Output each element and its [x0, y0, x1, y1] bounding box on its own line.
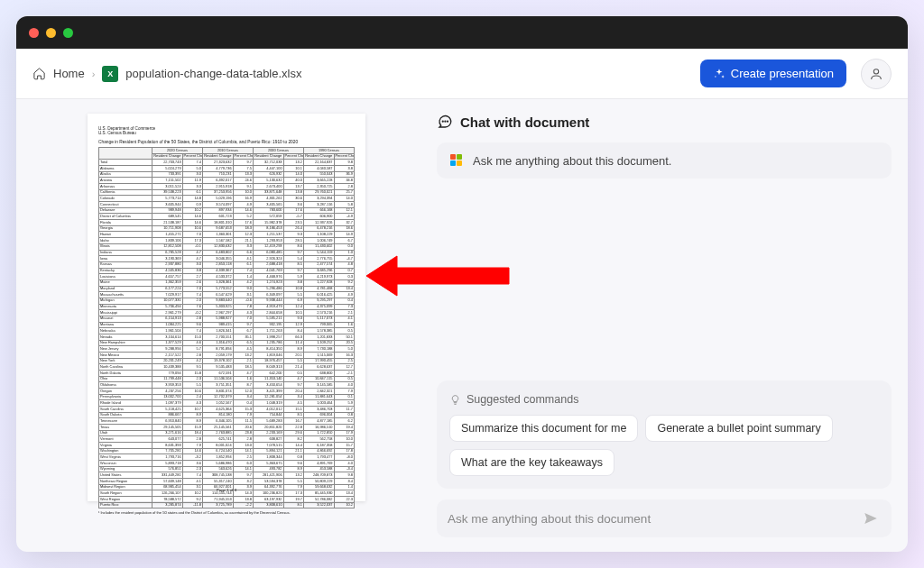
- account-button[interactable]: [861, 59, 892, 89]
- table-row: Florida21,538,18714.618,801,31017.615,98…: [99, 220, 355, 226]
- table-row: District of Columbia689,54514.6601,7235.…: [99, 214, 355, 220]
- table-row: Montana1,084,2259.6989,4159.7902,19512.9…: [99, 322, 355, 328]
- table-row: Tennessee6,910,8408.96,346,10511.55,689,…: [99, 418, 355, 425]
- table-row: Kansas2,937,8803.02,853,1186.12,688,4188…: [99, 261, 355, 268]
- table-row: Virginia8,631,3937.98,001,02413.07,078,5…: [99, 443, 355, 449]
- table-row: Michigan10,077,3312.09,883,640-0.69,938,…: [99, 298, 355, 304]
- table-row: Missouri6,154,9132.85,988,9277.05,595,21…: [99, 316, 355, 322]
- suggestion-chip-0[interactable]: Summarize this document for me: [449, 415, 638, 442]
- table-row: Wisconsin5,893,7183.65,686,9866.05,363,6…: [99, 461, 355, 467]
- doc-dept-2: U.S. Census Bureau: [98, 131, 355, 135]
- svg-point-3: [445, 121, 446, 122]
- table-row: Oklahoma3,959,3535.53,751,3518.73,450,65…: [99, 382, 355, 389]
- breadcrumb: Home › population-change-data-table.xlsx: [32, 66, 302, 82]
- table-row: Iowa3,190,3694.73,046,3554.12,926,3245.4…: [99, 256, 355, 262]
- table-row: Northeast Region57,609,1484.155,317,2403…: [99, 479, 355, 485]
- chevron-right-icon: ›: [92, 69, 96, 79]
- doc-page-number: Page 1 of 3: [88, 488, 365, 492]
- table-row: Georgia10,711,90810.69,687,65318.38,186,…: [99, 225, 355, 232]
- home-icon: [32, 67, 46, 80]
- table-row: Idaho1,839,10617.31,567,58221.11,293,953…: [99, 238, 355, 244]
- chat-input-row: [437, 499, 892, 537]
- table-row: Minnesota5,706,4947.65,303,9257.84,919,4…: [99, 304, 355, 310]
- table-row: Arkansas3,011,5243.32,915,9189.12,673,40…: [99, 184, 355, 190]
- create-presentation-button[interactable]: Create presentation: [700, 60, 846, 87]
- send-button[interactable]: [861, 508, 881, 528]
- document-page[interactable]: U.S. Department of Commerce U.S. Census …: [88, 114, 365, 501]
- lightbulb-icon: [449, 394, 461, 406]
- table-row: Rhode Island1,097,3794.31,052,5670.41,04…: [99, 400, 355, 407]
- top-bar: Home › population-change-data-table.xlsx…: [16, 49, 908, 99]
- table-row: New York20,201,2494.219,378,1022.118,976…: [99, 358, 355, 364]
- chat-icon: [437, 114, 453, 130]
- svg-point-0: [873, 69, 878, 73]
- table-row: Nevada3,104,61415.02,700,55135.11,998,25…: [99, 334, 355, 340]
- table-row: Pennsylvania13,002,7002.412,702,3793.412…: [99, 394, 355, 400]
- maximize-window-dot[interactable]: [63, 28, 73, 38]
- table-row: New Hampshire1,377,5294.61,316,4706.51,2…: [99, 340, 355, 346]
- table-row: Utah3,271,61618.42,763,88523.82,233,1692…: [99, 430, 355, 436]
- table-row: Delaware989,94810.2897,93414.6783,60017.…: [99, 207, 355, 214]
- table-row: Alabama5,024,2795.04,779,7367.54,447,100…: [99, 166, 355, 172]
- chat-panel: Chat with document Ask me anything about…: [437, 114, 892, 537]
- table-row: Puerto Rico3,285,874-11.83,725,789-2.23,…: [99, 502, 355, 508]
- suggestion-chip-2[interactable]: What are the key takeaways: [449, 449, 614, 476]
- table-row: Colorado5,773,71414.85,029,19616.94,301,…: [99, 196, 355, 202]
- document-preview-pane: U.S. Department of Commerce U.S. Census …: [32, 114, 420, 537]
- chat-input[interactable]: [448, 512, 861, 526]
- table-row: North Carolina10,439,3889.59,535,48318.5…: [99, 364, 355, 371]
- sparkle-icon: [713, 68, 725, 80]
- table-row: New Jersey9,288,9945.78,791,8944.58,414,…: [99, 346, 355, 353]
- table-row: Total22,703,7437.427,323,6329.732,712,03…: [99, 160, 355, 166]
- table-row: Mississippi2,961,279-0.22,967,2974.32,84…: [99, 310, 355, 316]
- table-row: Kentucky4,505,8363.84,339,3677.44,041,76…: [99, 268, 355, 274]
- table-row: West Region78,588,5729.271,945,55313.863…: [99, 497, 355, 503]
- table-row: South Dakota886,6678.9814,1807.9754,8448…: [99, 412, 355, 418]
- table-row: Indiana6,785,5284.76,483,8026.66,080,485…: [99, 250, 355, 256]
- table-row: Louisiana4,657,7572.74,533,3721.44,468,9…: [99, 274, 355, 280]
- excel-file-icon: [102, 66, 118, 82]
- table-row: Illinois12,812,508-0.112,830,6323.312,41…: [99, 243, 355, 250]
- table-row: Nebraska1,961,5047.41,826,3416.71,711,26…: [99, 328, 355, 334]
- suggested-commands-label: Suggested commands: [449, 393, 879, 406]
- breadcrumb-home[interactable]: Home: [53, 67, 85, 80]
- table-row: Washington7,705,28114.66,724,54014.15,89…: [99, 448, 355, 454]
- close-window-dot[interactable]: [29, 28, 39, 38]
- table-row: Ohio11,799,4482.311,536,5041.611,353,140…: [99, 376, 355, 382]
- table-row: Texas29,145,50515.925,145,56120.620,851,…: [99, 424, 355, 430]
- svg-point-2: [442, 121, 443, 122]
- doc-title: Change in Resident Population of the 50 …: [98, 140, 355, 145]
- table-row: South Carolina5,118,42510.74,625,36415.3…: [99, 406, 355, 412]
- table-row: Maine1,362,3592.61,328,3614.21,274,9233.…: [99, 279, 355, 286]
- table-row: New Mexico2,117,5222.82,059,17913.21,819…: [99, 352, 355, 358]
- table-row: Wyoming576,8512.3563,62614.1493,7828.945…: [99, 466, 355, 472]
- table-row: Connecticut3,605,9440.93,574,0974.93,405…: [99, 202, 355, 208]
- minimize-window-dot[interactable]: [46, 28, 56, 38]
- breadcrumb-file: population-change-data-table.xlsx: [125, 67, 301, 80]
- table-row: Maryland6,177,2247.05,773,5529.05,296,48…: [99, 286, 355, 292]
- copilot-logo-icon: [449, 153, 464, 168]
- population-table: 2020 Census2010 Census2000 Census1990 Ce…: [98, 147, 355, 508]
- table-row: United States331,449,2817.4308,745,5389.…: [99, 472, 355, 479]
- send-icon: [863, 510, 879, 527]
- assistant-greeting: Ask me anything about this document.: [437, 142, 892, 179]
- suggested-commands-card: Suggested commands Summarize this docume…: [437, 380, 892, 489]
- window-titlebar: [16, 16, 908, 49]
- table-row: Oregon4,237,25610.63,831,07412.03,421,39…: [99, 388, 355, 394]
- table-row: Alaska733,3913.0710,23113.3626,93214.055…: [99, 171, 355, 178]
- table-row: California39,538,2236.137,253,95610.033,…: [99, 189, 355, 196]
- table-row: West Virginia1,793,716-3.21,852,9942.51,…: [99, 454, 355, 461]
- browser-window: Home › population-change-data-table.xlsx…: [16, 16, 908, 552]
- content-area: U.S. Department of Commerce U.S. Census …: [16, 99, 908, 552]
- table-row: North Dakota779,09415.8672,5914.7642,200…: [99, 370, 355, 376]
- doc-footnote: ¹ Includes the resident population of th…: [98, 511, 355, 516]
- svg-point-4: [448, 121, 448, 122]
- table-row: Arizona7,151,50211.96,392,01724.65,130,6…: [99, 178, 355, 184]
- table-row: Vermont643,0772.8625,7412.8608,8278.2562…: [99, 436, 355, 443]
- table-row: Hawaii1,455,2717.01,360,30112.31,211,537…: [99, 232, 355, 238]
- table-row: Massachusetts7,029,9177.46,547,6293.16,3…: [99, 292, 355, 298]
- suggestion-chip-1[interactable]: Generate a bullet point summary: [645, 415, 832, 442]
- chat-header: Chat with document: [437, 114, 892, 130]
- user-icon: [869, 67, 883, 81]
